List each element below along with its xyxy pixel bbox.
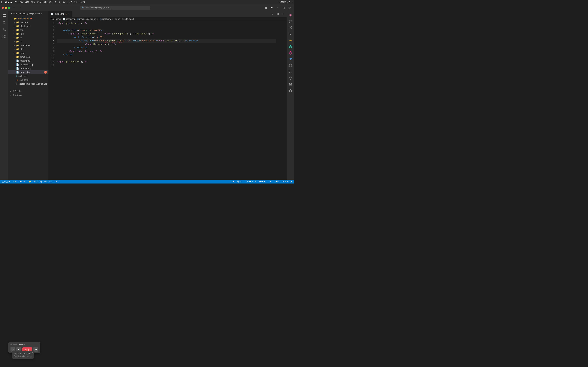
ftp-icon[interactable] [288, 38, 293, 43]
language-status[interactable]: PHP [274, 180, 280, 184]
live-share-status[interactable]: ↻ Live Share [12, 180, 26, 184]
menu-edit[interactable]: 編集 [25, 1, 29, 4]
menu-go[interactable]: 移動 [43, 1, 47, 4]
maximize-button[interactable] [8, 7, 10, 9]
tab-index-php[interactable]: 📄 index.php 1 ✕ [49, 11, 72, 17]
breadcrumb-element-icon4: ◉ [122, 18, 124, 20]
split-button[interactable]: ◾ [276, 6, 280, 10]
search-activity-icon[interactable] [1, 19, 7, 26]
code-line-11 [57, 57, 276, 60]
activity-bar [0, 11, 9, 180]
header-php-file[interactable]: ► 📄 header.php [9, 67, 49, 70]
tab-close-button[interactable]: ✕ [68, 13, 69, 15]
notion-icon[interactable]: N [288, 31, 293, 37]
folder-icon: 📁 [14, 17, 17, 20]
path-label: htdocs / wp-Test / TestTheme [32, 180, 59, 183]
index-php-file[interactable]: ► 📄 index.php 1 [9, 70, 49, 74]
path-status[interactable]: 📁 htdocs / wp-Test / TestTheme [28, 180, 60, 184]
app-body: ▼ TESTTHEME (ワークスペース) ▼ 📁 TestTheme ► 📁 … [0, 11, 294, 180]
send-icon[interactable] [288, 57, 293, 62]
location-icon[interactable] [288, 50, 293, 56]
breadcrumb-a[interactable]: a.text-dark [124, 18, 134, 20]
more-actions-button[interactable]: ⋯ [280, 12, 285, 16]
language-label: PHP [275, 180, 279, 183]
layout-button[interactable]: ◽ [269, 6, 274, 10]
run-button[interactable]: ▶ [270, 12, 275, 16]
footer-php-file[interactable]: ► 📄 footer.php [9, 59, 49, 63]
menu-window[interactable]: ウィンドウ [67, 1, 77, 4]
my-blocks-folder[interactable]: ► 📁 my-blocks [9, 43, 49, 47]
database-icon[interactable] [288, 63, 293, 68]
menu-help[interactable]: ヘルプ [79, 1, 85, 4]
file-tree: ▼ 📁 TestTheme ► 📁 .vscode ► 📁 block-dev … [9, 16, 49, 180]
workspace-file[interactable]: ► {} TestTheme.code-workspace [9, 82, 49, 86]
line-ending-status[interactable]: LF [268, 180, 272, 184]
trash-icon[interactable] [288, 88, 293, 93]
source-control-icon[interactable] [1, 26, 7, 33]
block-dev-folder[interactable]: ► 📁 block-dev [9, 24, 49, 28]
code-line-9: <?php endwhile; endif; ?> [57, 50, 276, 53]
menu-view[interactable]: 表示 [37, 1, 41, 4]
breadcrumb-element1[interactable]: main.container.my-5 [79, 18, 98, 20]
タイムラ-section[interactable]: ► タイムラ... [9, 93, 49, 97]
sidebar-toggle-button[interactable]: ◼ [264, 6, 268, 10]
img-folder[interactable]: ► 📁 img [9, 32, 49, 36]
vscode-folder[interactable]: ► 📁 .vscode [9, 20, 49, 24]
minimize-button[interactable] [5, 7, 7, 9]
explorer-icon[interactable] [1, 12, 7, 19]
circle-icon[interactable] [288, 75, 293, 81]
code-editor[interactable]: 1 2 3 4 5 6 7 8 9 10 11 12 13 <?php get_… [49, 21, 287, 180]
formatter-status[interactable]: ⚙ Prettier [282, 180, 293, 184]
ai-icon[interactable] [288, 12, 293, 18]
menu-bar:  Cursor ファイル 編集 選択 表示 移動 実行 ターミナル ウィンドウ… [0, 0, 294, 4]
breadcrumb-element2[interactable]: article.my-3 [102, 18, 113, 20]
menu-select[interactable]: 選択 [31, 1, 35, 4]
breadcrumb-file[interactable]: index.php [66, 18, 75, 20]
アウトラ-section[interactable]: ► アウトラ... [9, 89, 49, 93]
browser-icon[interactable] [288, 44, 293, 50]
breadcrumb-h2[interactable]: h2 [118, 18, 120, 20]
git-status[interactable]: △ 0 △ 0 [1, 180, 10, 184]
menu-file[interactable]: ファイル [15, 1, 23, 4]
split-editor-button[interactable]: ▩ [275, 12, 280, 16]
menu-terminal[interactable]: ターミナル [55, 1, 65, 4]
temp-folder[interactable]: ► 📁 temp [9, 51, 49, 55]
git-warnings: 0 [9, 180, 10, 183]
editor-area: 📄 index.php 1 ✕ ▶ ▩ ⋯ TestTheme › 📄 inde… [49, 11, 287, 180]
chat-icon[interactable] [288, 19, 293, 24]
css-folder[interactable]: ► 📁 css [9, 28, 49, 32]
old-folder[interactable]: ► 📁 old [9, 47, 49, 51]
close-button[interactable] [2, 7, 4, 9]
breadcrumb-workspace[interactable]: TestTheme [50, 18, 61, 20]
tab-badge: 1 [65, 13, 67, 15]
terminal-icon[interactable] [288, 69, 293, 75]
compose-icon[interactable] [288, 25, 293, 31]
workspace-header: ▼ TESTTHEME (ワークスペース) [9, 11, 49, 16]
code-content[interactable]: <?php get_header(); ?> <main class="cont… [56, 21, 276, 180]
back-button[interactable]: ← [12, 6, 17, 10]
search-icon: 🔍 [82, 7, 84, 9]
lib-folder[interactable]: ► 📁 lib [9, 40, 49, 43]
test-html-file[interactable]: ► <> test.html [9, 78, 49, 82]
functions-php-file[interactable]: ► 📄 functions.php [9, 63, 49, 67]
globe-icon[interactable] [288, 82, 293, 87]
notifications-button[interactable]: ◻ [281, 6, 286, 10]
apple-icon[interactable]:  [1, 1, 2, 4]
menubar-right: 11/16日(木) 8:12 [278, 1, 293, 3]
search-bar[interactable]: 🔍 TestTheme (ワークスペース) [80, 6, 150, 10]
code-line-1: <?php get_header(); ?> [57, 22, 276, 25]
settings-button[interactable]: ⚙ [287, 6, 292, 10]
titlebar-actions: ◼ ◽ ◾ ◻ ⚙ [264, 6, 292, 10]
forward-button[interactable]: → [18, 6, 23, 10]
menu-run[interactable]: 実行 [49, 1, 53, 4]
tab-icon: 📄 [51, 13, 53, 15]
line-col-status[interactable]: 行 6、列 34 [230, 180, 242, 184]
temp-css-folder[interactable]: ► 📁 temp_css [9, 55, 49, 59]
extensions-icon[interactable] [1, 33, 7, 40]
encoding-status[interactable]: UTF-8 [259, 180, 266, 184]
spaces-status[interactable]: スペース: 2 [244, 180, 256, 184]
style-css-file[interactable]: ► # style.css [9, 74, 49, 78]
root-folder-item[interactable]: ▼ 📁 TestTheme [9, 17, 49, 20]
js-folder[interactable]: ► 📁 js [9, 36, 49, 40]
index-php-badge: 1 [44, 71, 47, 74]
